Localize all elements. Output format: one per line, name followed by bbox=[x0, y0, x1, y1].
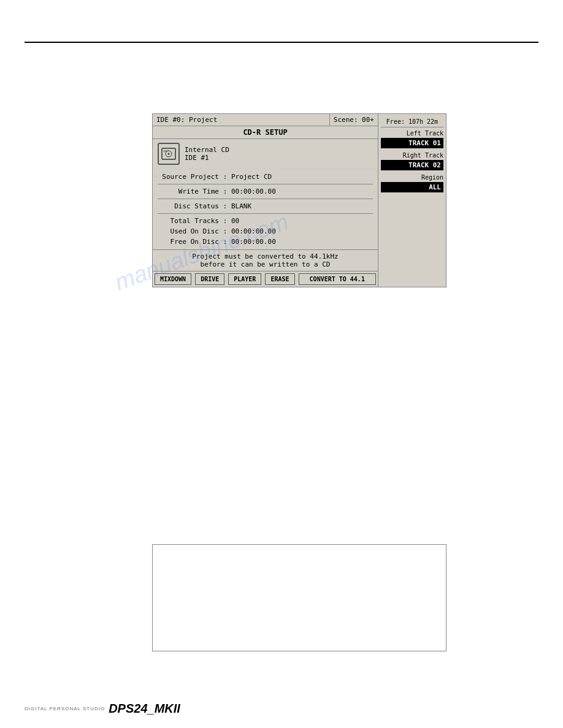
total-tracks-label: Total Tracks bbox=[158, 217, 219, 225]
divider1 bbox=[158, 184, 373, 184]
right-track-label: Right Track bbox=[381, 152, 443, 159]
divider3 bbox=[158, 213, 373, 214]
used-on-disc-row: Used On Disc : 00:00:00.00 bbox=[158, 226, 373, 237]
sep3: : bbox=[219, 202, 231, 210]
top-rule bbox=[25, 42, 538, 43]
source-project-row: Source Project : Project CD bbox=[158, 172, 373, 182]
main-section: IDE #0: Project Scene: 00+ CD-R SETUP IN… bbox=[153, 114, 378, 287]
left-track-label: Left Track bbox=[381, 130, 443, 137]
source-project-label: Source Project bbox=[158, 173, 219, 181]
svg-point-2 bbox=[168, 153, 170, 155]
button-row: MIXDOWN DRIVE PLAYER ERASE CONVERT TO 44… bbox=[153, 271, 378, 287]
disc-status-row: Disc Status : BLANK bbox=[158, 201, 373, 211]
message-line1: Project must be converted to 44.1kHz bbox=[158, 252, 373, 260]
cd-icon-row: INT Internal CD IDE #1 bbox=[153, 139, 378, 169]
write-time-value: 00:00:00.00 bbox=[231, 188, 373, 195]
used-on-disc-label: Used On Disc bbox=[158, 227, 219, 235]
free-on-disc-label: Free On Disc bbox=[158, 238, 219, 246]
total-tracks-row: Total Tracks : 00 bbox=[158, 216, 373, 226]
scene-info: Scene: 00+ bbox=[330, 114, 378, 126]
mixdown-button[interactable]: MIXDOWN bbox=[155, 273, 191, 285]
header-row: IDE #0: Project Scene: 00+ bbox=[153, 114, 378, 126]
message-area: Project must be converted to 44.1kHz bef… bbox=[153, 249, 378, 271]
sep4: : bbox=[219, 217, 231, 225]
sep1: : bbox=[219, 173, 231, 181]
sep6: : bbox=[219, 238, 231, 246]
footer-small-text: DIGITAL PERSONAL STUDIO bbox=[25, 706, 105, 711]
convert-button[interactable]: CONVERT TO 44.1 bbox=[299, 273, 377, 285]
erase-button[interactable]: ERASE bbox=[265, 273, 294, 285]
write-time-label: Write Time bbox=[158, 188, 219, 195]
cd-label: Internal CD IDE #1 bbox=[185, 146, 229, 162]
sep5: : bbox=[219, 227, 231, 235]
message-line2: before it can be written to a CD bbox=[158, 260, 373, 268]
right-panel: Free: 107h 22m Left Track TRACK 01 Right… bbox=[378, 114, 446, 287]
info-section: Source Project : Project CD Write Time :… bbox=[153, 169, 378, 249]
svg-text:INT: INT bbox=[163, 150, 168, 153]
left-track-value[interactable]: TRACK 01 bbox=[381, 138, 443, 148]
region-label: Region bbox=[381, 174, 443, 181]
footer: DIGITAL PERSONAL STUDIO DPS24_MKII bbox=[25, 702, 180, 716]
free-info: Free: 107h 22m bbox=[381, 116, 443, 127]
used-on-disc-value: 00:00:00.00 bbox=[231, 227, 373, 235]
title-bar: CD-R SETUP bbox=[153, 126, 378, 139]
outer-panel: IDE #0: Project Scene: 00+ CD-R SETUP IN… bbox=[152, 113, 446, 287]
bottom-text-box bbox=[152, 544, 446, 651]
write-time-row: Write Time : 00:00:00.00 bbox=[158, 186, 373, 197]
footer-logo: DPS24_MKII bbox=[109, 702, 180, 716]
total-tracks-value: 00 bbox=[231, 217, 373, 225]
region-value[interactable]: ALL bbox=[381, 182, 443, 192]
right-track-value[interactable]: TRACK 02 bbox=[381, 160, 443, 170]
project-info: IDE #0: Project bbox=[153, 114, 330, 126]
free-on-disc-value: 00:00:00.00 bbox=[231, 238, 373, 246]
disc-status-value: BLANK bbox=[231, 202, 373, 210]
ui-panel: IDE #0: Project Scene: 00+ CD-R SETUP IN… bbox=[152, 113, 446, 287]
cd-drive-icon: INT bbox=[158, 143, 180, 165]
free-on-disc-row: Free On Disc : 00:00:00.00 bbox=[158, 237, 373, 247]
divider2 bbox=[158, 199, 373, 199]
disc-status-label: Disc Status bbox=[158, 202, 219, 210]
player-button[interactable]: PLAYER bbox=[228, 273, 261, 285]
sep2: : bbox=[219, 188, 231, 195]
drive-button[interactable]: DRIVE bbox=[195, 273, 224, 285]
source-project-value: Project CD bbox=[231, 173, 373, 181]
